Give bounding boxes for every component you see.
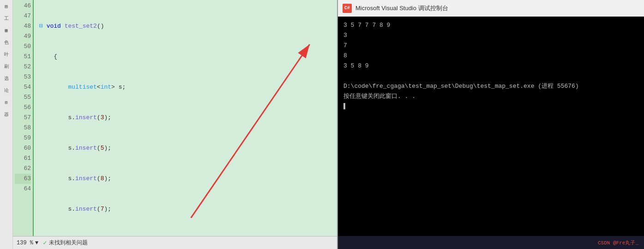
- output-line-path: D:\code\fre_cgaga\test_map_set\Debug\tes…: [343, 81, 638, 91]
- console-footer: CSDN @Fre丸子_: [338, 236, 644, 249]
- status-text: 未找到相关问题: [49, 239, 88, 247]
- sidebar: ▤ 工 ▦ 色 叶 刷 选 论 ⊞ 器: [0, 0, 13, 249]
- console-titlebar: C# Microsoft Visual Studio 调试控制台: [338, 0, 644, 17]
- output-line-5: 3 5 8 9: [343, 61, 638, 71]
- code-area: 46 47 48 49 50 51 52 53 54 55 56 57 58 5…: [13, 0, 337, 236]
- output-line-press: 按任意键关闭此窗口. . .: [343, 91, 638, 102]
- vs-icon: C#: [343, 4, 352, 13]
- zoom-dropdown-icon[interactable]: ▼: [35, 240, 38, 246]
- editor-container: 46 47 48 49 50 51 52 53 54 55 56 57 58 5…: [13, 0, 337, 249]
- status-bar: 139 % ▼ ✓ 未找到相关问题: [13, 236, 337, 249]
- status-check-icon: ✓: [43, 239, 47, 247]
- sidebar-icon-9[interactable]: ⊞: [2, 98, 11, 107]
- console-title: Microsoft Visual Studio 调试控制台: [355, 4, 448, 12]
- sidebar-icon-8[interactable]: 论: [2, 86, 11, 95]
- output-line-6: [343, 71, 638, 81]
- output-line-cursor: ▌: [343, 102, 638, 112]
- console-output[interactable]: 3 5 7 7 7 8 9 3 7 8 3 5 8 9 D:\code\fre_…: [338, 17, 644, 236]
- console-panel: C# Microsoft Visual Studio 调试控制台 3 5 7 7…: [337, 0, 644, 249]
- output-line-4: 8: [343, 51, 638, 61]
- sidebar-icon-7[interactable]: 选: [2, 74, 11, 83]
- sidebar-icon-6[interactable]: 刷: [2, 62, 11, 71]
- csdn-watermark: CSDN @Fre丸子_: [598, 239, 638, 246]
- output-line-1: 3 5 7 7 7 8 9: [343, 20, 638, 30]
- sidebar-icon-10[interactable]: 器: [2, 110, 11, 119]
- line-numbers: 46 47 48 49 50 51 52 53 54 55 56 57 58 5…: [13, 0, 34, 236]
- output-line-3: 7: [343, 41, 638, 51]
- status-ok: ✓ 未找到相关问题: [43, 239, 87, 247]
- zoom-level: 139 %: [17, 240, 33, 246]
- sidebar-icon-3[interactable]: ▦: [2, 26, 11, 35]
- zoom-control[interactable]: 139 % ▼: [17, 240, 38, 246]
- code-lines[interactable]: ⊟ void test_set2() { multiset<int> s; s.…: [34, 0, 337, 236]
- output-line-2: 3: [343, 30, 638, 41]
- sidebar-icon-5[interactable]: 叶: [2, 50, 11, 59]
- sidebar-icon-1[interactable]: ▤: [2, 2, 11, 11]
- sidebar-icon-2[interactable]: 工: [2, 14, 11, 23]
- sidebar-icon-4[interactable]: 色: [2, 38, 11, 47]
